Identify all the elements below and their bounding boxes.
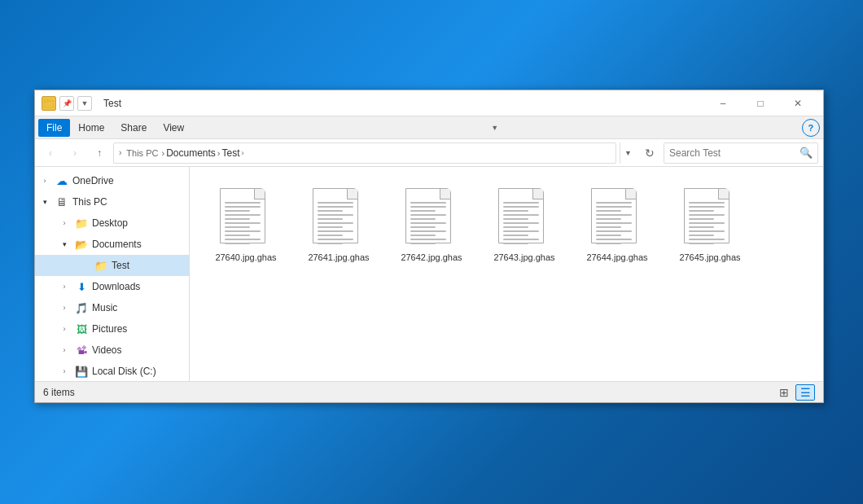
file-name-5: 27645.jpg.ghas xyxy=(679,252,740,263)
sidebar-item-local-disk[interactable]: › 💾 Local Disk (C:) xyxy=(35,361,189,381)
window: 📌 ▼ Test – □ ✕ File Home Share View ▼ ? … xyxy=(34,90,824,403)
refresh-btn[interactable]: ↻ xyxy=(639,142,660,164)
title-bar: 📌 ▼ Test – □ ✕ xyxy=(35,90,823,116)
pictures-icon: 🖼 xyxy=(74,322,89,336)
breadcrumb-this-pc[interactable]: This PC xyxy=(126,148,158,158)
expand-onedrive: › xyxy=(38,174,51,187)
grid-view-btn[interactable]: ⊞ xyxy=(774,384,794,401)
test-folder-icon: 📁 xyxy=(94,258,108,273)
downloads-label: Downloads xyxy=(92,281,140,292)
onedrive-label: OneDrive xyxy=(72,175,114,186)
sidebar-item-desktop[interactable]: › 📁 Desktop xyxy=(35,213,189,234)
status-bar: 6 items ⊞ ☰ xyxy=(35,381,823,402)
breadcrumb-test[interactable]: Test xyxy=(222,147,240,159)
file-item-3[interactable]: 27643.jpg.ghas xyxy=(488,183,561,268)
sidebar-item-onedrive[interactable]: › ☁ OneDrive xyxy=(35,170,189,191)
local-disk-label: Local Disk (C:) xyxy=(92,366,156,377)
desktop-icon: 📁 xyxy=(74,216,89,230)
breadcrumb-sep1: › xyxy=(161,148,164,158)
search-icon[interactable]: 🔍 xyxy=(799,147,813,159)
file-item-5[interactable]: 27645.jpg.ghas xyxy=(673,183,747,268)
sidebar-item-pictures[interactable]: › 🖼 Pictures xyxy=(35,318,189,340)
breadcrumb-arrow: › xyxy=(119,148,121,157)
expand-music: › xyxy=(58,301,71,314)
this-pc-icon: 🖥 xyxy=(55,195,69,209)
pictures-label: Pictures xyxy=(92,323,127,335)
expand-downloads: › xyxy=(58,280,71,293)
file-name-4: 27644.jpg.ghas xyxy=(586,252,647,263)
documents-label: Documents xyxy=(92,239,142,250)
expand-pictures: › xyxy=(58,322,71,335)
expand-this-pc: ▾ xyxy=(38,195,51,208)
path-dropdown-btn[interactable]: ▼ xyxy=(620,142,636,164)
file-icon-2 xyxy=(405,188,458,247)
sidebar-item-this-pc[interactable]: ▾ 🖥 This PC xyxy=(35,191,189,213)
expand-videos: › xyxy=(58,344,71,357)
file-item-4[interactable]: 27644.jpg.ghas xyxy=(580,183,654,268)
menu-bar: File Home Share View ▼ ? xyxy=(35,116,823,139)
file-area: 27640.jpg.ghas xyxy=(190,167,823,381)
close-button[interactable]: ✕ xyxy=(779,90,817,116)
sidebar-item-videos[interactable]: › 📽 Videos xyxy=(35,340,189,361)
expand-local-disk: › xyxy=(58,365,71,378)
menu-view[interactable]: View xyxy=(155,119,192,137)
window-title: Test xyxy=(103,98,704,109)
file-item-0[interactable]: 27640.jpg.ghas xyxy=(209,183,283,268)
sidebar-item-music[interactable]: › 🎵 Music xyxy=(35,297,189,318)
folder-icon-tb xyxy=(42,96,56,111)
file-name-2: 27642.jpg.ghas xyxy=(401,252,462,263)
sidebar: › ☁ OneDrive ▾ 🖥 This PC › 📁 D xyxy=(35,167,190,381)
file-name-1: 27641.jpg.ghas xyxy=(308,252,369,263)
menu-file[interactable]: File xyxy=(38,119,70,137)
forward-button[interactable]: › xyxy=(64,142,85,164)
dropdown-icon-tb[interactable]: ▼ xyxy=(77,96,92,111)
expand-desktop: › xyxy=(58,217,71,230)
breadcrumb: This PC › Documents › Test › xyxy=(125,147,243,159)
file-name-3: 27643.jpg.ghas xyxy=(493,252,554,263)
file-icon-5 xyxy=(684,188,736,247)
file-icon-3 xyxy=(498,188,550,247)
onedrive-icon: ☁ xyxy=(55,173,69,188)
menu-share[interactable]: Share xyxy=(112,119,155,137)
file-icon-0 xyxy=(220,188,272,247)
videos-icon: 📽 xyxy=(74,343,89,357)
address-path[interactable]: › This PC › Documents › Test › xyxy=(113,142,616,164)
file-item-1[interactable]: 27641.jpg.ghas xyxy=(302,183,375,268)
maximize-button[interactable]: □ xyxy=(742,90,779,116)
address-bar: ‹ › ↑ › This PC › Documents › Test › ▼ ↻… xyxy=(35,139,823,167)
title-bar-icons: 📌 ▼ xyxy=(42,96,92,111)
minimize-button[interactable]: – xyxy=(704,90,742,116)
menu-home[interactable]: Home xyxy=(70,119,112,137)
file-item-2[interactable]: 27642.jpg.ghas xyxy=(395,183,468,268)
dropdown-arrow-menu[interactable]: ▼ xyxy=(491,124,498,132)
sidebar-item-downloads[interactable]: › ⬇ Downloads xyxy=(35,276,189,297)
documents-icon: 📂 xyxy=(74,237,89,252)
items-count: 6 items xyxy=(43,387,774,398)
file-icon-4 xyxy=(591,188,643,247)
file-name-0: 27640.jpg.ghas xyxy=(215,252,276,263)
expand-test xyxy=(77,259,90,272)
sidebar-item-documents[interactable]: ▾ 📂 Documents xyxy=(35,234,189,255)
videos-label: Videos xyxy=(92,344,121,356)
file-icon-1 xyxy=(313,188,365,247)
search-box: 🔍 xyxy=(664,142,818,164)
downloads-icon: ⬇ xyxy=(74,279,89,294)
search-input[interactable] xyxy=(669,147,799,159)
breadcrumb-chevron: › xyxy=(242,149,244,157)
help-button[interactable]: ? xyxy=(802,119,820,137)
window-controls: – □ ✕ xyxy=(704,90,817,116)
test-label: Test xyxy=(112,260,129,271)
breadcrumb-documents[interactable]: Documents xyxy=(166,147,216,159)
music-icon: 🎵 xyxy=(74,300,89,315)
local-disk-icon: 💾 xyxy=(74,364,89,379)
svg-rect-1 xyxy=(44,99,48,102)
back-button[interactable]: ‹ xyxy=(40,142,61,164)
this-pc-label: This PC xyxy=(72,196,107,208)
pin-icon-tb: 📌 xyxy=(59,96,74,111)
list-view-btn[interactable]: ☰ xyxy=(795,384,815,401)
main-content: › ☁ OneDrive ▾ 🖥 This PC › 📁 D xyxy=(35,167,823,381)
expand-documents: ▾ xyxy=(58,238,71,251)
breadcrumb-sep2: › xyxy=(217,148,221,158)
sidebar-item-test[interactable]: 📁 Test xyxy=(35,255,189,276)
up-button[interactable]: ↑ xyxy=(89,142,110,164)
